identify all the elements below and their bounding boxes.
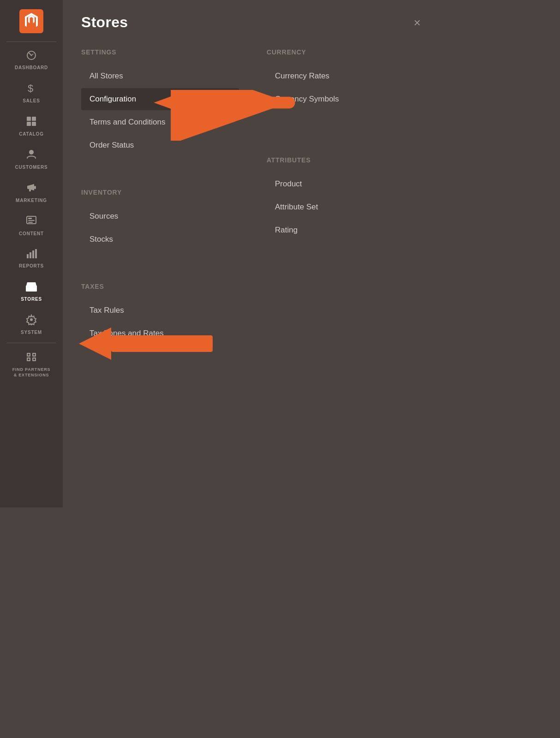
reports-icon — [26, 249, 37, 261]
svg-rect-7 — [32, 122, 36, 126]
magento-logo — [19, 9, 43, 33]
svg-rect-9 — [34, 186, 36, 189]
dashboard-icon — [26, 50, 37, 62]
menu-item-stocks[interactable]: Stocks — [81, 228, 239, 250]
menu-item-currency-symbols[interactable]: Currency Symbols — [267, 88, 424, 110]
sidebar-item-reports[interactable]: REPORTS — [0, 242, 63, 274]
system-icon — [26, 314, 37, 327]
stores-panel: Stores × Settings All Stores Configurati… — [63, 0, 443, 507]
svg-rect-16 — [30, 252, 31, 258]
menu-item-attribute-set[interactable]: Attribute Set — [267, 196, 424, 218]
menu-item-sources[interactable]: Sources — [81, 205, 239, 227]
sidebar-item-content[interactable]: CONTENT — [0, 209, 63, 242]
inventory-section: Inventory Sources Stocks — [81, 189, 239, 250]
extensions-icon — [25, 351, 37, 364]
svg-point-8 — [29, 150, 34, 155]
svg-point-2 — [31, 55, 32, 56]
sidebar: DASHBOARD $ SALES CATALOG — [0, 0, 63, 507]
marketing-icon — [26, 182, 37, 195]
sidebar-item-label-reports: REPORTS — [19, 263, 44, 269]
sidebar-item-label-sales: SALES — [23, 98, 40, 104]
close-button[interactable]: × — [410, 15, 424, 30]
customers-icon — [26, 149, 36, 162]
svg-rect-6 — [27, 122, 31, 126]
sidebar-item-label-customers: CUSTOMERS — [15, 165, 48, 170]
taxes-heading: Taxes — [81, 283, 239, 290]
sidebar-item-label-system: SYSTEM — [21, 330, 42, 335]
sidebar-item-label-stores: STORES — [21, 297, 42, 302]
menu-item-configuration[interactable]: Configuration — [81, 88, 239, 110]
svg-rect-5 — [32, 117, 36, 121]
settings-heading: Settings — [81, 48, 239, 56]
sidebar-divider-bottom — [6, 343, 57, 343]
right-column: Currency Currency Rates Currency Symbols… — [257, 45, 424, 494]
currency-section: Currency Currency Rates Currency Symbols — [267, 48, 424, 110]
catalog-icon — [26, 116, 37, 129]
svg-point-22 — [30, 318, 33, 321]
menu-item-tax-rules[interactable]: Tax Rules — [81, 299, 239, 321]
menu-item-all-stores[interactable]: All Stores — [81, 65, 239, 87]
menu-item-terms-conditions[interactable]: Terms and Conditions — [81, 111, 239, 133]
content-icon — [26, 215, 37, 228]
settings-section: Settings All Stores Configuration Terms … — [81, 48, 239, 156]
svg-point-29 — [28, 358, 30, 360]
sidebar-item-label-content: CONTENT — [19, 231, 44, 237]
sidebar-item-label-dashboard: DASHBOARD — [15, 65, 48, 71]
sidebar-item-catalog[interactable]: CATALOG — [0, 109, 63, 143]
svg-rect-14 — [28, 222, 33, 223]
sidebar-item-find-partners[interactable]: FIND PARTNERS& EXTENSIONS — [0, 345, 63, 383]
panel-title: Stores — [81, 14, 128, 31]
stores-icon — [25, 281, 37, 294]
svg-rect-20 — [29, 287, 34, 292]
menu-item-product[interactable]: Product — [267, 173, 424, 195]
svg-rect-12 — [28, 218, 32, 219]
sidebar-divider-top — [6, 42, 57, 42]
attributes-heading: Attributes — [267, 156, 424, 164]
logo-container — [0, 0, 63, 40]
svg-rect-0 — [19, 9, 43, 33]
svg-point-30 — [33, 358, 35, 360]
svg-rect-17 — [32, 250, 34, 258]
svg-text:$: $ — [28, 83, 33, 94]
svg-rect-13 — [28, 220, 35, 221]
svg-rect-10 — [29, 189, 31, 191]
svg-point-28 — [33, 354, 35, 356]
sidebar-item-system[interactable]: SYSTEM — [0, 308, 63, 341]
sidebar-item-sales[interactable]: $ SALES — [0, 76, 63, 109]
currency-heading: Currency — [267, 48, 424, 56]
inventory-heading: Inventory — [81, 189, 239, 196]
sidebar-item-customers[interactable]: CUSTOMERS — [0, 143, 63, 176]
panel-body: Settings All Stores Configuration Terms … — [63, 40, 443, 507]
menu-item-currency-rates[interactable]: Currency Rates — [267, 65, 424, 87]
svg-rect-4 — [27, 117, 31, 121]
svg-rect-15 — [27, 254, 29, 258]
sidebar-item-stores[interactable]: STORES — [0, 274, 63, 308]
taxes-section: Taxes Tax Rules Tax Zones and Rates — [81, 283, 239, 345]
sidebar-item-label-catalog: CATALOG — [19, 131, 44, 137]
menu-item-rating[interactable]: Rating — [267, 219, 424, 241]
sidebar-item-dashboard[interactable]: DASHBOARD — [0, 44, 63, 76]
sidebar-item-marketing[interactable]: MARKETING — [0, 176, 63, 209]
attributes-section: Attributes Product Attribute Set Rating — [267, 156, 424, 241]
panel-header: Stores × — [63, 0, 443, 40]
menu-item-tax-zones-rates[interactable]: Tax Zones and Rates — [81, 322, 239, 345]
sales-icon: $ — [26, 83, 36, 95]
menu-item-order-status[interactable]: Order Status — [81, 134, 239, 156]
svg-point-27 — [28, 354, 30, 356]
sidebar-item-label-find-partners: FIND PARTNERS& EXTENSIONS — [12, 367, 51, 378]
left-column: Settings All Stores Configuration Terms … — [81, 45, 257, 494]
svg-rect-18 — [35, 249, 37, 258]
sidebar-item-label-marketing: MARKETING — [16, 198, 47, 203]
